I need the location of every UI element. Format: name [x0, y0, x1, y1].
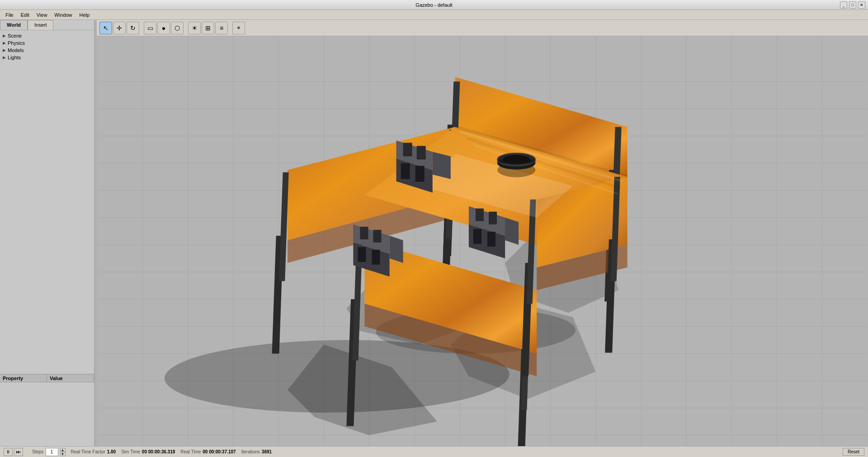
tree-label-physics: Physics: [8, 40, 25, 46]
sim-time-label: Sim Time: [121, 449, 140, 454]
viewport: ↖ ✛ ↻ ▭ ● ⬡ ☀ ⊞ ≡ ⌖: [97, 20, 868, 446]
menu-edit[interactable]: Edit: [17, 11, 33, 19]
tool-sun-button[interactable]: ☀: [188, 22, 201, 34]
toolbar: ↖ ✛ ↻ ▭ ● ⬡ ☀ ⊞ ≡ ⌖: [97, 20, 868, 36]
real-time-label: Real Time: [180, 449, 201, 454]
left-panel: World Insert ▶ Scene ▶ Physics ▶ Models …: [0, 20, 95, 446]
tab-world[interactable]: World: [0, 20, 28, 30]
steps-input[interactable]: [46, 448, 58, 456]
svg-rect-77: [360, 227, 368, 239]
menu-view[interactable]: View: [33, 11, 51, 19]
title-bar: Gazebo - default _ □ ✕: [0, 0, 868, 10]
steps-label: Steps: [32, 449, 44, 454]
real-time-factor-group: Real Time Factor 1.00: [71, 449, 116, 454]
real-time-value: 00 00:00:37.107: [203, 449, 236, 454]
scene-svg: [97, 36, 868, 446]
svg-rect-86: [473, 229, 481, 244]
tree-label-scene: Scene: [8, 33, 22, 38]
tree-label-models: Models: [8, 48, 24, 53]
properties-header: Property Value: [0, 375, 94, 382]
sim-time-value: 00 00:00:36.318: [142, 449, 175, 454]
window-controls[interactable]: _ □ ✕: [840, 1, 865, 9]
status-bar: ⏸ ⏭ Steps ▲ ▼ Real Time Factor 1.00 Sim …: [0, 446, 868, 457]
svg-rect-73: [415, 166, 425, 182]
tool-select-button[interactable]: ↖: [99, 22, 112, 34]
svg-marker-83: [505, 218, 519, 245]
svg-marker-69: [433, 152, 451, 179]
property-col-header: Property: [0, 375, 47, 382]
pause-button[interactable]: ⏸: [4, 448, 13, 456]
steps-up-button[interactable]: ▲: [60, 448, 66, 452]
step-forward-button[interactable]: ⏭: [14, 448, 23, 456]
iterations-group: Iterations 3691: [241, 449, 272, 454]
steps-group: Steps ▲ ▼: [32, 448, 66, 456]
tool-camera-button[interactable]: ⌖: [232, 22, 245, 34]
svg-rect-87: [487, 232, 495, 247]
play-controls: ⏸ ⏭: [4, 448, 23, 456]
menu-bar: File Edit View Window Help: [0, 10, 868, 20]
iterations-value: 3691: [262, 449, 272, 454]
menu-file[interactable]: File: [2, 11, 17, 19]
tool-rotate-button[interactable]: ↻: [127, 22, 139, 34]
svg-rect-70: [403, 143, 412, 157]
tool-lines-button[interactable]: ≡: [215, 22, 228, 34]
tree-item-models[interactable]: ▶ Models: [0, 47, 94, 54]
value-col-header: Value: [47, 375, 94, 382]
svg-rect-78: [373, 230, 381, 243]
tool-grid-button[interactable]: ⊞: [202, 22, 214, 34]
svg-rect-80: [372, 250, 380, 265]
tool-sphere-button[interactable]: ●: [157, 22, 170, 34]
tree-item-lights[interactable]: ▶ Lights: [0, 54, 94, 61]
window-title: Gazebo - default: [415, 2, 452, 8]
iterations-label: Iterations: [241, 449, 260, 454]
maximize-button[interactable]: □: [849, 1, 856, 9]
close-button[interactable]: ✕: [858, 1, 865, 9]
real-time-group: Real Time 00 00:00:37.107: [180, 449, 236, 454]
tree-arrow-lights: ▶: [3, 55, 6, 60]
svg-rect-71: [417, 146, 426, 160]
tree-item-physics[interactable]: ▶ Physics: [0, 39, 94, 47]
tab-bar: World Insert: [0, 20, 94, 30]
svg-rect-72: [401, 163, 410, 179]
svg-rect-85: [489, 212, 497, 224]
svg-point-93: [503, 155, 530, 164]
tool-translate-button[interactable]: ✛: [113, 22, 126, 34]
tab-insert[interactable]: Insert: [28, 20, 54, 30]
steps-spinner: ▲ ▼: [60, 448, 66, 456]
main-layout: World Insert ▶ Scene ▶ Physics ▶ Models …: [0, 20, 868, 446]
minimize-button[interactable]: _: [840, 1, 847, 9]
svg-marker-76: [390, 236, 403, 263]
tree-item-scene[interactable]: ▶ Scene: [0, 32, 94, 39]
tree-panel: ▶ Scene ▶ Physics ▶ Models ▶ Lights: [0, 30, 94, 374]
svg-rect-79: [358, 247, 366, 262]
tool-box-button[interactable]: ▭: [144, 22, 156, 34]
scene-canvas[interactable]: [97, 36, 868, 446]
properties-panel: Property Value: [0, 374, 94, 446]
tree-arrow-scene: ▶: [3, 33, 6, 38]
reset-button[interactable]: Reset: [843, 448, 864, 456]
steps-down-button[interactable]: ▼: [60, 452, 66, 456]
rtf-label: Real Time Factor: [71, 449, 105, 454]
svg-rect-84: [476, 209, 484, 221]
rtf-value: 1.00: [107, 449, 116, 454]
tree-arrow-models: ▶: [3, 48, 6, 52]
tool-cylinder-button[interactable]: ⬡: [171, 22, 184, 34]
tree-label-lights: Lights: [8, 55, 21, 60]
sim-time-group: Sim Time 00 00:00:36.318: [121, 449, 175, 454]
menu-help[interactable]: Help: [75, 11, 93, 19]
tree-arrow-physics: ▶: [3, 41, 6, 45]
menu-window[interactable]: Window: [51, 11, 75, 19]
